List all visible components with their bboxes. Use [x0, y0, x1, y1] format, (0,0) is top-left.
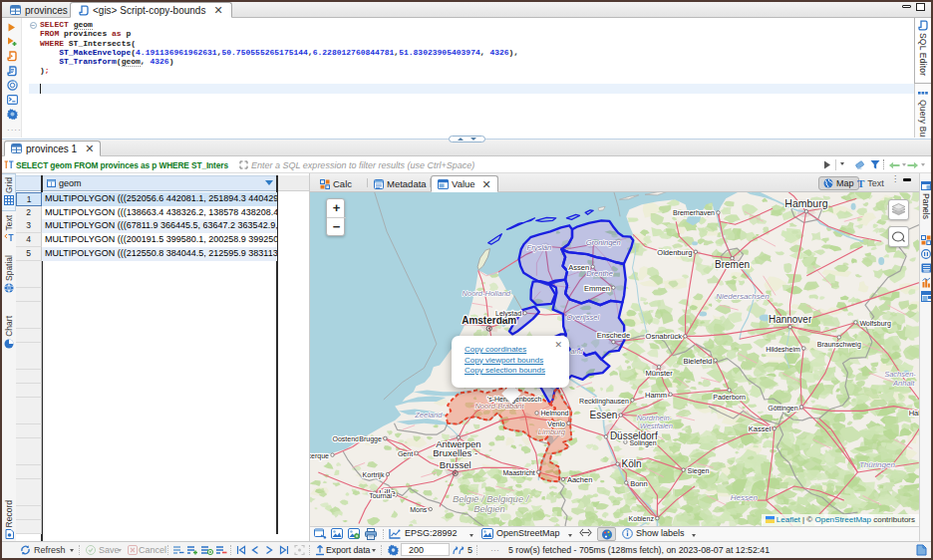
svg-text:Oldenburg: Oldenburg — [657, 248, 692, 257]
svg-text:Münster: Münster — [646, 369, 674, 378]
svg-text:Venlo: Venlo — [547, 420, 565, 427]
svg-text:Essen: Essen — [590, 410, 618, 420]
svg-text:Maastricht: Maastricht — [503, 469, 535, 476]
svg-text:Bonn: Bonn — [630, 479, 648, 488]
svg-text:Paderborn: Paderborn — [713, 394, 746, 401]
svg-text:Siegen: Siegen — [688, 467, 710, 475]
svg-text:Brussel: Brussel — [440, 459, 471, 470]
svg-text:Belgien: Belgien — [473, 503, 505, 514]
svg-text:Kortrijk: Kortrijk — [363, 471, 385, 479]
svg-text:Köln: Köln — [622, 458, 642, 469]
svg-text:Solingen: Solingen — [629, 439, 656, 447]
svg-text:Westfalen: Westfalen — [640, 421, 673, 430]
svg-text:Helmond: Helmond — [541, 410, 569, 417]
svg-text:Bremen: Bremen — [715, 259, 750, 270]
svg-text:Wolfsburg: Wolfsburg — [859, 320, 890, 328]
svg-text:Hildesheim: Hildesheim — [766, 346, 800, 353]
svg-text:Thüringen: Thüringen — [859, 460, 896, 469]
svg-text:Sachsen-: Sachsen- — [884, 370, 916, 379]
svg-text:Tournai: Tournai — [369, 492, 392, 499]
svg-text:Groningen: Groningen — [586, 238, 621, 247]
svg-text:Bruxelles -: Bruxelles - — [433, 447, 477, 458]
svg-text:Lelystad: Lelystad — [495, 310, 521, 318]
svg-text:Braunschweig: Braunschweig — [817, 341, 861, 349]
svg-text:Osnabrück: Osnabrück — [646, 332, 683, 341]
svg-text:Göttingen: Göttingen — [768, 405, 797, 413]
svg-text:Aachen: Aachen — [567, 475, 592, 484]
svg-text:Drenthe: Drenthe — [586, 269, 613, 278]
svg-text:Zeeland: Zeeland — [414, 411, 443, 420]
svg-text:Brugge: Brugge — [359, 435, 382, 443]
svg-text:Hamburg: Hamburg — [784, 197, 827, 209]
svg-text:Enschede: Enschede — [597, 331, 630, 340]
svg-text:Hannover: Hannover — [769, 314, 812, 325]
svg-text:Noord-Brabant: Noord-Brabant — [474, 402, 524, 411]
svg-text:Koblenz: Koblenz — [629, 515, 655, 522]
svg-text:Bremerhaven: Bremerhaven — [673, 209, 715, 216]
svg-text:Anhalt: Anhalt — [892, 379, 915, 388]
svg-text:Hessen: Hessen — [731, 493, 759, 502]
svg-text:Hamm: Hamm — [645, 391, 667, 400]
svg-text:Limburg: Limburg — [538, 427, 566, 436]
svg-text:Niedersachsen: Niedersachsen — [716, 292, 770, 301]
svg-text:Mons: Mons — [410, 506, 428, 513]
svg-text:Halle: Halle — [909, 409, 919, 418]
svg-text:and: and — [570, 347, 583, 356]
svg-text:Dunkerque: Dunkerque — [310, 452, 329, 460]
svg-text:Bielefeld: Bielefeld — [683, 357, 712, 366]
svg-text:Fryslân: Fryslân — [527, 243, 552, 252]
svg-text:Overijssel: Overijssel — [566, 313, 599, 322]
svg-text:Gent: Gent — [398, 450, 413, 457]
svg-text:Emmen: Emmen — [584, 284, 610, 293]
svg-text:Recklinghausen: Recklinghausen — [579, 398, 629, 406]
svg-text:Kassel: Kassel — [749, 424, 772, 433]
svg-text:Noord-Holland: Noord-Holland — [463, 289, 511, 298]
